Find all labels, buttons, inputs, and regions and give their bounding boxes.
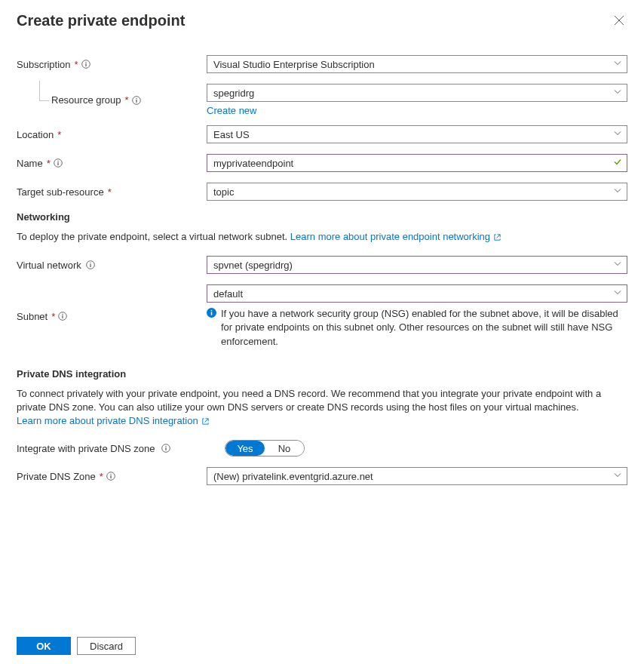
page-title: Create private endpoint	[17, 12, 185, 29]
integrate-dns-toggle[interactable]: Yes No	[225, 440, 305, 456]
target-sub-resource-select[interactable]: topic	[207, 183, 627, 201]
svg-rect-5	[136, 98, 136, 99]
svg-rect-23	[110, 474, 111, 475]
dns-learn-more-link[interactable]: Learn more about private DNS integration	[17, 414, 210, 428]
subscription-select[interactable]: Visual Studio Enterprise Subscription	[207, 55, 627, 73]
subnet-select[interactable]: default	[207, 284, 627, 303]
svg-rect-22	[110, 475, 111, 478]
name-label: Name	[17, 158, 43, 169]
resource-group-select[interactable]: spegridrg	[207, 84, 627, 102]
subscription-value: Visual Studio Enterprise Subscription	[213, 59, 375, 70]
location-select[interactable]: East US	[207, 125, 627, 143]
name-value: myprivateendpoint	[213, 158, 293, 169]
svg-rect-20	[165, 446, 166, 447]
dns-heading: Private DNS integration	[17, 368, 627, 380]
svg-rect-19	[165, 447, 166, 450]
required-indicator: *	[125, 94, 129, 106]
virtual-network-select[interactable]: spvnet (spegridrg)	[207, 256, 627, 274]
ok-button[interactable]: OK	[17, 637, 71, 655]
chevron-down-icon	[613, 129, 622, 140]
resource-group-value: spegridrg	[213, 88, 254, 99]
svg-rect-2	[85, 62, 86, 63]
svg-rect-10	[90, 264, 90, 267]
info-icon[interactable]	[58, 312, 67, 321]
svg-rect-4	[136, 100, 136, 103]
svg-rect-8	[57, 161, 58, 161]
virtual-network-label: Virtual network	[17, 260, 81, 271]
required-indicator: *	[100, 471, 103, 482]
discard-button[interactable]: Discard	[77, 637, 136, 655]
subnet-label: Subnet	[17, 311, 48, 322]
toggle-yes[interactable]: Yes	[225, 441, 265, 456]
close-icon[interactable]	[611, 12, 627, 29]
info-icon[interactable]	[54, 158, 63, 168]
networking-heading: Networking	[17, 211, 627, 223]
private-dns-zone-select[interactable]: (New) privatelink.eventgrid.azure.net	[207, 467, 627, 485]
info-icon[interactable]	[132, 96, 141, 105]
info-icon[interactable]	[106, 472, 115, 481]
chevron-down-icon	[613, 471, 622, 482]
required-indicator: *	[47, 158, 51, 169]
subnet-value: default	[213, 288, 243, 300]
required-indicator: *	[108, 186, 112, 198]
location-value: East US	[213, 129, 250, 140]
chevron-down-icon	[613, 260, 622, 271]
svg-rect-1	[85, 63, 86, 66]
private-dns-zone-label: Private DNS Zone	[17, 471, 96, 482]
create-new-link[interactable]: Create new	[207, 105, 256, 116]
virtual-network-value: spvnet (spegridrg)	[213, 260, 293, 271]
svg-rect-14	[63, 314, 63, 315]
info-icon[interactable]	[81, 60, 90, 69]
chevron-down-icon	[613, 88, 622, 99]
dns-desc: To connect privately with your private e…	[17, 388, 601, 413]
required-indicator: *	[51, 311, 55, 322]
private-dns-zone-value: (New) privatelink.eventgrid.azure.net	[213, 471, 373, 482]
subnet-note: If you have a network security group (NS…	[221, 307, 627, 349]
info-icon[interactable]	[161, 444, 170, 453]
name-input[interactable]: myprivateendpoint	[207, 154, 627, 172]
svg-rect-13	[63, 315, 63, 318]
info-solid-icon	[207, 308, 216, 349]
resource-group-label: Resource group	[51, 94, 121, 106]
location-label: Location	[17, 129, 54, 140]
chevron-down-icon	[613, 288, 622, 300]
chevron-down-icon	[613, 186, 622, 198]
networking-learn-more-link[interactable]: Learn more about private endpoint networ…	[290, 230, 501, 244]
integrate-dns-label: Integrate with private DNS zone	[17, 443, 155, 454]
external-link-icon	[201, 417, 210, 426]
svg-rect-11	[90, 263, 90, 263]
toggle-no[interactable]: No	[265, 441, 304, 456]
svg-rect-7	[57, 162, 58, 165]
check-icon	[613, 158, 622, 169]
external-link-icon	[493, 233, 501, 241]
target-sub-resource-value: topic	[213, 186, 234, 198]
svg-rect-16	[211, 312, 213, 315]
required-indicator: *	[75, 59, 78, 70]
subscription-label: Subscription	[17, 59, 71, 70]
info-icon[interactable]	[86, 260, 95, 269]
chevron-down-icon	[613, 59, 622, 70]
networking-desc: To deploy the private endpoint, select a…	[17, 231, 287, 242]
required-indicator: *	[57, 129, 61, 140]
target-sub-resource-label: Target sub-resource	[17, 186, 104, 198]
svg-rect-17	[211, 310, 213, 312]
